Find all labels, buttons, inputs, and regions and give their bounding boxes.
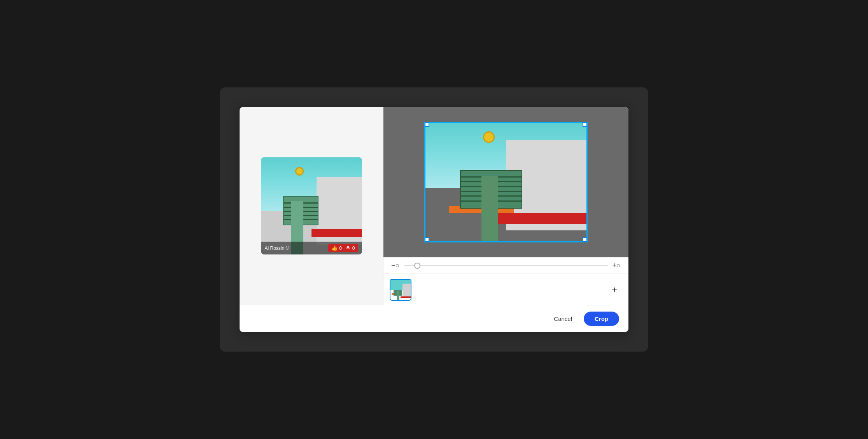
photo-stats: 👍 0 👁 0 [328, 244, 358, 252]
thumb-structure [397, 291, 400, 300]
zoom-in-icon[interactable]: +○ [612, 261, 621, 270]
photo-canvas [261, 157, 362, 254]
zoom-bar: −○ +○ [383, 257, 628, 274]
crop-structure-body [481, 176, 498, 242]
crop-photo [424, 122, 588, 242]
thumb-building [402, 284, 411, 297]
red-banner [312, 229, 362, 237]
thumbnail-strip: + [383, 274, 628, 305]
photo-overlay: Al Rossin © 👍 0 👁 0 [261, 242, 362, 254]
app-wrapper: Al Rossin © 👍 0 👁 0 [220, 87, 648, 352]
crop-button[interactable]: Crop [584, 312, 619, 326]
view-stat: 👁 0 [346, 245, 355, 251]
dialog-footer: Cancel Crop [240, 305, 628, 332]
crop-image-container[interactable] [424, 122, 588, 242]
zoom-slider[interactable] [404, 265, 607, 266]
view-count: 0 [352, 246, 355, 251]
thumb-red [401, 296, 411, 298]
crop-dialog: Al Rossin © 👍 0 👁 0 [240, 107, 628, 332]
photo-author: Al Rossin © [265, 246, 289, 251]
like-stat: 👍 0 [331, 245, 342, 251]
like-count: 0 [339, 246, 342, 251]
eye-icon: 👁 [346, 245, 351, 251]
add-image-button[interactable]: + [607, 282, 622, 298]
dialog-content: Al Rossin © 👍 0 👁 0 [240, 107, 628, 305]
left-panel: Al Rossin © 👍 0 👁 0 [240, 107, 383, 305]
thumbnail-item-1[interactable] [390, 279, 411, 301]
crop-area[interactable] [383, 107, 628, 257]
thumb-inner [390, 280, 411, 300]
original-photo-card: Al Rossin © 👍 0 👁 0 [261, 157, 362, 254]
thumb-up-icon: 👍 [331, 245, 338, 251]
zoom-out-icon[interactable]: −○ [391, 261, 399, 270]
sunflower [295, 167, 304, 176]
crop-red-banner [498, 213, 588, 224]
right-panel: −○ +○ [383, 107, 628, 305]
cancel-button[interactable]: Cancel [548, 312, 578, 325]
